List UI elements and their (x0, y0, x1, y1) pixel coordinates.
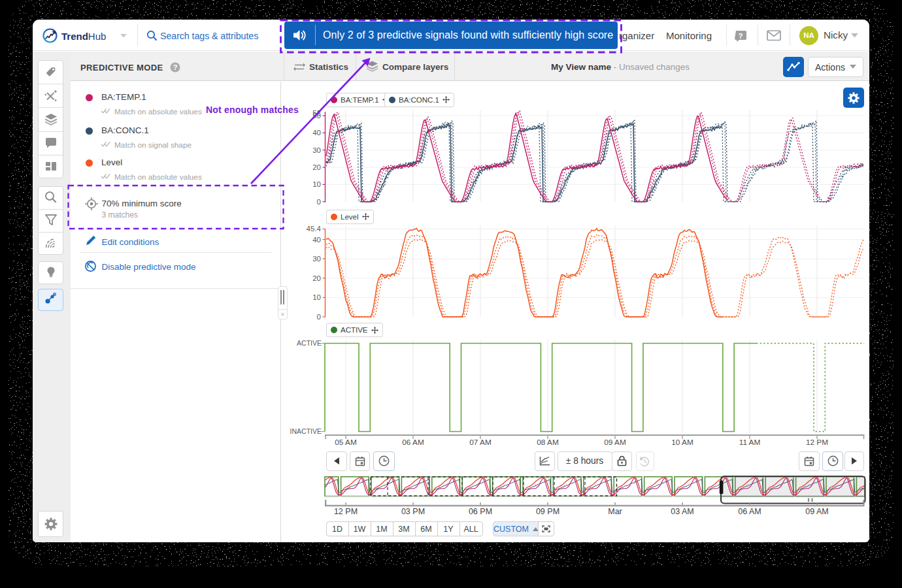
svg-text:ACTIVE: ACTIVE (297, 339, 322, 347)
svg-text:06 AM: 06 AM (738, 507, 761, 516)
svg-text:07 AM: 07 AM (469, 438, 491, 447)
svg-text:20: 20 (312, 163, 321, 171)
svg-text:06 AM: 06 AM (402, 438, 424, 447)
svg-text:Mar: Mar (608, 507, 622, 516)
svg-text:09 AM: 09 AM (604, 438, 626, 447)
svg-text:10: 10 (312, 293, 321, 301)
svg-text:03 PM: 03 PM (401, 507, 425, 516)
svg-text:20: 20 (312, 274, 321, 282)
svg-text:11 AM: 11 AM (739, 438, 761, 447)
svg-text:03 AM: 03 AM (671, 507, 693, 516)
svg-text:12 PM: 12 PM (806, 438, 828, 447)
svg-text:30: 30 (312, 255, 321, 263)
svg-text:09 PM: 09 PM (536, 507, 560, 516)
svg-text:INACTIVE: INACTIVE (290, 427, 322, 435)
svg-text:12 PM: 12 PM (334, 507, 358, 516)
svg-text:05 AM: 05 AM (335, 438, 356, 447)
svg-text:30: 30 (312, 146, 321, 154)
svg-text:06 PM: 06 PM (469, 507, 492, 516)
svg-text:08 AM: 08 AM (537, 438, 558, 447)
svg-text:52: 52 (312, 109, 321, 117)
svg-text:09 AM: 09 AM (805, 507, 828, 516)
svg-text:10 AM: 10 AM (671, 438, 693, 447)
svg-text:0: 0 (317, 198, 321, 206)
svg-text:40: 40 (312, 236, 321, 244)
svg-text:45.4: 45.4 (307, 225, 322, 233)
svg-text:40: 40 (312, 129, 321, 137)
svg-text:0: 0 (317, 313, 321, 321)
svg-text:10: 10 (312, 180, 321, 188)
